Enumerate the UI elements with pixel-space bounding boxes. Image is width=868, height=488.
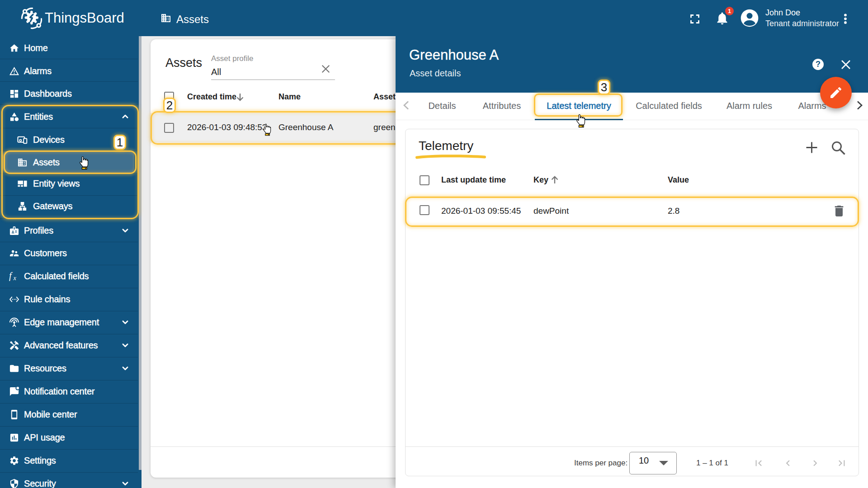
svg-text:x: x bbox=[13, 274, 17, 282]
svg-text:f: f bbox=[9, 271, 13, 281]
